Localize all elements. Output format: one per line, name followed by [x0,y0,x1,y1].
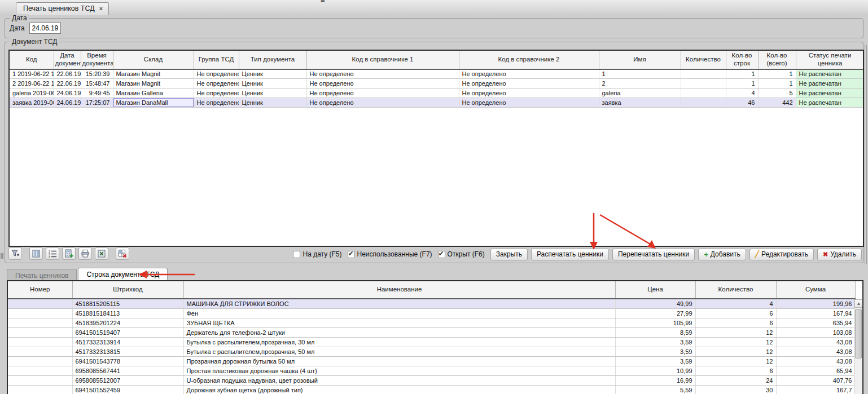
tab-print-tags[interactable]: Печать ценников [7,269,77,280]
add-button[interactable]: + Добавить [698,249,746,260]
lines-table-row[interactable]: 6941501519407 Держатель для телефона-2 ш… [8,327,855,337]
filter-add-icon[interactable] [8,247,22,260]
doc-table-row[interactable]: 1 2019-06-22 1 22.06.19 15:20:39 Магазин… [10,69,864,79]
cell-code: заявка 2019-06 [10,98,54,108]
lines-table-row[interactable]: 4518395201224 ЗУБНАЯ ЩЕТКА 105,99 6 635,… [8,318,855,327]
date-groupbox: Дата Дата [5,18,863,38]
lines-table-header-row: Номер Штрихкод Наименование Цена Количес… [8,281,855,299]
splitter-grip[interactable] [1,253,3,259]
col-header-tsd-group[interactable]: Группа ТСД [194,51,239,69]
checkbox-open-box[interactable] [438,251,445,258]
close-button[interactable]: Закрыть [490,249,528,260]
cell-ref-code-1: Не определено [306,79,459,88]
print-price-tags-button[interactable]: Распечатать ценники [531,249,609,260]
tab-title: Печать ценников ТСД [23,5,95,12]
col-header-name[interactable]: Имя [599,51,681,69]
tab-close-icon[interactable]: × [99,5,103,12]
cell-print-status: Не распечатан [796,88,864,98]
menu-icon[interactable]: ≡ [321,0,325,3]
scroll-up-icon[interactable]: ▲ [854,299,863,308]
cell-code: 1 2019-06-22 1 [10,69,54,79]
cell-doc-type: Ценник [239,98,306,108]
lines-table-row[interactable]: 4517332313914 Бутылка с распылителем,про… [8,337,855,347]
col-header-quantity[interactable]: Количество [681,51,726,69]
col-header-barcode[interactable]: Штрихкод [72,281,183,299]
lines-table-row[interactable]: 6941501552459 Дорожная зубная щетка (дор… [8,385,855,394]
doc-table-row[interactable]: заявка 2019-06 24.06.19 17:25:07 Магазин… [10,98,864,108]
cell-number [8,356,72,366]
edit-button[interactable]: ╱ Редактировать [749,249,814,260]
cell-ref-code-2: Не определено [459,88,599,98]
col-header-qty[interactable]: Количество [695,281,776,299]
col-header-doc-time[interactable]: Время документа [81,51,113,69]
cell-item-name: Бутылка с распылителем,прозрачная, 50 мл [183,347,615,356]
checkbox-unused-box[interactable] [348,251,355,258]
cell-number [8,318,72,327]
checkbox-open[interactable]: Открыт (F6) [438,250,485,258]
column-settings-icon[interactable] [29,247,43,260]
print-icon[interactable] [78,247,92,260]
lines-table: Номер Штрихкод Наименование Цена Количес… [8,281,856,394]
vertical-scrollbar[interactable]: ▲ [854,299,862,394]
cell-price: 3,59 [615,356,695,366]
app-window: Печать ценников ТСД × ≡ Дата Дата Докуме… [0,0,868,394]
cell-line-count: 46 [726,98,758,108]
calculator-add-icon[interactable] [62,247,76,260]
cell-number [8,299,72,308]
delete-button-label: Удалить [830,250,856,258]
cell-name: galeria [599,88,681,98]
col-header-line-count[interactable]: Кол-во строк [726,51,758,69]
date-input[interactable] [29,23,61,34]
col-header-doc-type[interactable]: Тип документа [239,51,306,69]
lines-table-row[interactable]: 6958085567441 Простая пластиковая дорожн… [8,366,855,375]
cell-tsd-group: Не определено [194,98,239,108]
cell-doc-time: 15:20:39 [81,69,113,79]
lines-table-row[interactable]: 6941501543778 Прозрачная дорожная бутылк… [8,356,855,366]
cell-ref-code-2: Не определено [459,98,599,108]
col-header-warehouse[interactable]: Склад [113,51,194,69]
delete-button[interactable]: ✖ Удалить [817,249,862,260]
col-header-code[interactable]: Код [10,51,54,69]
col-header-price[interactable]: Цена [615,281,695,299]
cell-quantity [681,88,726,98]
doc-table-row[interactable]: galeria 2019-06 24.06.19 9:49:45 Магазин… [10,88,864,98]
numbered-list-icon[interactable]: 123 [46,247,59,260]
col-header-print-status[interactable]: Статус печати ценника [796,51,864,69]
cell-doc-time: 9:49:45 [81,88,113,98]
cell-qty: 4 [695,299,776,308]
scrollbar-thumb[interactable] [855,309,862,358]
doc-toolbar: 123 На дату (F5) [7,247,862,261]
checkbox-unused[interactable]: Неиспользованные (F7) [348,250,432,258]
col-header-ref-code-2[interactable]: Код в справочнике 2 [459,51,599,69]
cell-barcode: 6941501552459 [72,385,183,394]
col-header-sum[interactable]: Сумма [776,281,855,299]
col-header-item-name[interactable]: Наименование [183,281,615,299]
cell-number [8,347,72,356]
lines-table-row[interactable]: 6958085512007 U-образная подушка надувна… [8,375,855,385]
col-header-total-count[interactable]: Кол-во (всего) [758,51,796,69]
checkbox-open-label: Открыт (F6) [448,250,485,258]
col-header-number[interactable]: Номер [8,281,72,299]
checkbox-on-date[interactable]: На дату (F5) [293,250,341,258]
delete-x-icon: ✖ [823,251,828,258]
cell-price: 105,99 [615,318,695,327]
cell-ref-code-1: Не определено [306,88,459,98]
cell-sum: 635,94 [776,318,855,327]
lines-table-row[interactable]: 4518815205115 МАШИНКА ДЛЯ СТРИЖКИ ВОЛОС … [8,299,855,308]
export-excel-icon[interactable] [95,247,108,260]
tab-print-price-tags-tsd[interactable]: Печать ценников ТСД × [16,2,109,15]
right-splitter[interactable] [865,45,867,264]
lines-table-row[interactable]: 4517332313815 Бутылка с распылителем,про… [8,347,855,356]
cell-qty: 12 [695,347,776,356]
doc-table-row[interactable]: 2 2019-06-22 1 22.06.19 15:48:47 Магазин… [10,79,864,88]
col-header-ref-code-1[interactable]: Код в справочнике 1 [306,51,459,69]
cell-barcode: 6941501543778 [72,356,183,366]
cell-doc-date: 24.06.19 [54,88,81,98]
reprint-price-tags-button[interactable]: Перепечатать ценники [612,249,695,260]
col-header-doc-date[interactable]: Дата документа [54,51,81,69]
tab-doc-line[interactable]: Строка документа ТСД [78,268,168,280]
checkbox-on-date-box[interactable] [293,251,300,258]
grid-close-icon[interactable] [116,247,129,260]
lines-table-row[interactable]: 4518815184113 Фен 27,99 6 167,94 [8,308,855,318]
cell-barcode: 6958085567441 [72,366,183,375]
